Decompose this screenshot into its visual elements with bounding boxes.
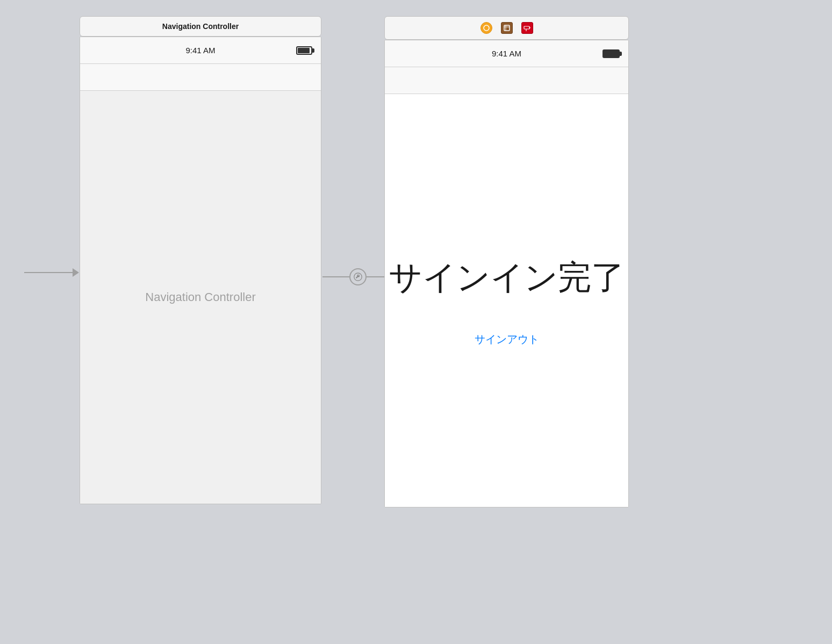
nav-bar-right [385,67,628,94]
screen-content-left: Navigation Controller [80,91,321,504]
screen-content-right: サインイン完了 サインアウト [385,94,628,507]
phone-screen-right: 9:41 AM サインイン完了 サインアウト [384,40,629,507]
toolbar-btn-circle[interactable] [480,22,492,34]
signpost-icon [523,24,531,32]
circle-icon [483,24,490,32]
svg-rect-2 [504,25,510,31]
entry-arrow [24,268,79,277]
nav-controller-screen-label: Navigation Controller [145,290,255,304]
status-bar-right: 9:41 AM [385,40,628,67]
time-right: 9:41 AM [415,49,598,58]
svg-point-1 [484,25,489,31]
toolbar-btn-cube[interactable] [501,22,513,34]
svg-rect-5 [524,26,529,29]
phone-screen-left: 9:41 AM Navigation Controller [80,37,321,504]
signin-complete-label: サインイン完了 [389,255,625,300]
status-bar-left: 9:41 AM [80,37,321,64]
battery-left [296,46,312,55]
svg-marker-6 [529,26,530,29]
arrow-line [24,272,73,273]
signout-button[interactable]: サインアウト [475,332,539,347]
battery-right [603,49,620,58]
nav-controller-title: Navigation Controller [80,16,321,37]
toolbar-btn-signpost[interactable] [521,22,533,34]
settings-icon [354,273,362,281]
phone-toolbar [384,16,629,40]
nav-controller-title-text: Navigation Controller [162,22,239,31]
connector-circle [349,268,367,285]
time-left: 9:41 AM [110,46,291,55]
arrow-head [73,268,79,277]
nav-bar-left [80,64,321,91]
nav-controller-frame: Navigation Controller 9:41 AM Navigation… [80,16,321,504]
main-canvas: Navigation Controller 9:41 AM Navigation… [0,0,832,644]
cube-icon [503,24,511,32]
right-phone-frame: 9:41 AM サインイン完了 サインアウト [384,16,629,507]
connector-line-left [322,276,349,277]
